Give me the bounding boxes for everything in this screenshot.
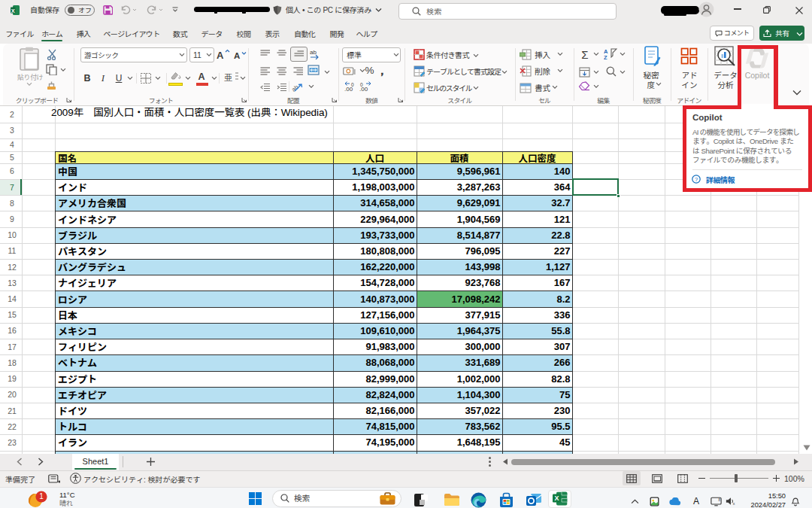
- svg-text:0: 0: [360, 82, 363, 87]
- svg-text:8: 8: [719, 497, 721, 501]
- svg-text:X: X: [11, 8, 15, 14]
- svg-text:1: 1: [39, 492, 44, 500]
- svg-text:Z: Z: [604, 54, 607, 60]
- svg-text:?: ?: [695, 176, 698, 183]
- svg-text:X: X: [554, 494, 559, 502]
- svg-text:ab: ab: [310, 49, 317, 56]
- svg-text:0: 0: [351, 82, 354, 87]
- svg-text:x: x: [733, 501, 735, 506]
